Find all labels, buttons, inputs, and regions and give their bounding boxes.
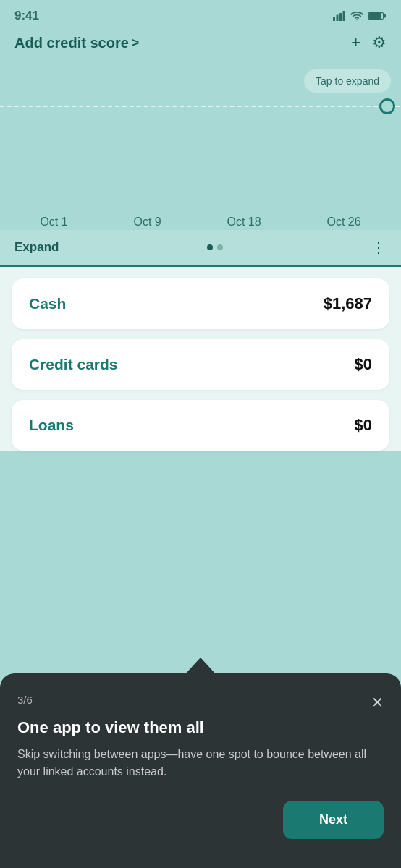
tooltip-header: 3/6 ✕ <box>17 694 384 711</box>
page-title: Add credit score <box>14 35 129 51</box>
svg-rect-3 <box>343 11 345 21</box>
loans-value: $0 <box>355 416 372 435</box>
svg-rect-0 <box>333 17 335 21</box>
header-actions: + ⚙ <box>351 33 387 52</box>
pagination-dots <box>207 244 223 250</box>
svg-rect-1 <box>337 15 339 22</box>
battery-icon <box>368 11 387 21</box>
expand-label[interactable]: Expand <box>14 240 59 255</box>
header-left[interactable]: Add credit score > <box>14 35 139 51</box>
add-icon[interactable]: + <box>351 33 360 52</box>
cash-value: $1,687 <box>324 294 372 313</box>
tooltip-arrow <box>185 658 216 675</box>
dot-active <box>207 244 213 250</box>
next-button[interactable]: Next <box>283 801 384 839</box>
tap-to-expand-bubble[interactable]: Tap to expand <box>304 69 391 93</box>
dashed-dot-indicator <box>379 98 395 114</box>
cards-section: Cash $1,687 Credit cards $0 Loans $0 <box>0 267 401 451</box>
loans-card[interactable]: Loans $0 <box>12 400 389 451</box>
x-label-oct26: Oct 26 <box>326 216 360 229</box>
settings-icon[interactable]: ⚙ <box>372 33 387 52</box>
svg-rect-2 <box>339 13 342 21</box>
status-time: 9:41 <box>14 9 39 23</box>
svg-rect-7 <box>368 13 381 19</box>
x-label-oct1: Oct 1 <box>40 216 67 229</box>
credit-cards-card[interactable]: Credit cards $0 <box>12 339 389 390</box>
dashed-line <box>0 106 401 107</box>
chevron-icon: > <box>132 35 140 51</box>
dot-inactive <box>217 244 223 250</box>
loans-label: Loans <box>29 417 74 434</box>
header: Add credit score > + ⚙ <box>0 29 401 62</box>
close-button[interactable]: ✕ <box>371 694 384 711</box>
more-icon[interactable]: ⋮ <box>371 239 387 256</box>
credit-cards-label: Credit cards <box>29 356 118 373</box>
tooltip-title: One app to view them all <box>17 718 384 737</box>
signal-icon <box>333 11 346 21</box>
tooltip-footer: Next <box>17 801 384 839</box>
tooltip-overlay: 3/6 ✕ One app to view them all Skip swit… <box>0 673 401 868</box>
cash-label: Cash <box>29 295 66 312</box>
credit-cards-value: $0 <box>355 355 372 374</box>
wifi-icon <box>350 11 363 21</box>
x-label-oct9: Oct 9 <box>133 216 161 229</box>
x-label-oct18: Oct 18 <box>227 216 261 229</box>
svg-point-4 <box>356 19 358 20</box>
tooltip-step: 3/6 <box>17 694 33 706</box>
tooltip-body: Skip switching between apps—have one spo… <box>17 746 384 780</box>
dashed-line-track <box>0 106 401 107</box>
chart-bottom-bar: Expand ⋮ <box>0 230 401 265</box>
status-bar: 9:41 <box>0 0 401 29</box>
svg-rect-8 <box>384 14 387 18</box>
chart-area: Tap to expand Oct 1 Oct 9 Oct 18 Oct 26 … <box>0 62 401 265</box>
cash-card[interactable]: Cash $1,687 <box>12 278 389 329</box>
status-icons <box>333 11 387 21</box>
x-axis: Oct 1 Oct 9 Oct 18 Oct 26 <box>0 216 401 229</box>
